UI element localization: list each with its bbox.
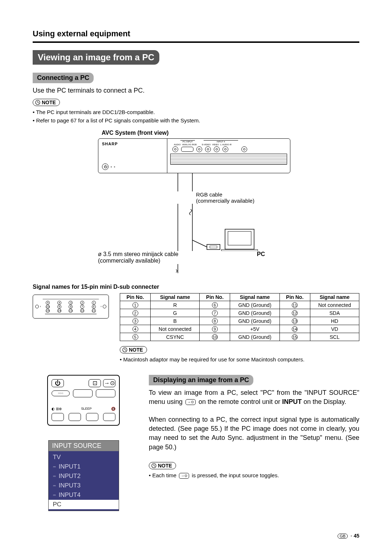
pin-header: Pin No. [200,293,230,301]
pin-cell: HD [310,317,359,325]
input-source-item[interactable]: ⎓INPUT4 [49,490,119,500]
input-button-icon: →⊙ [103,379,115,387]
dsub-pin: 14 [57,309,61,313]
pin-table: Pin No.Signal namePin No.Signal namePin … [120,293,359,341]
table-row: 4Not connected9+5V14VD [120,325,359,333]
pin-header: Pin No. [120,293,151,301]
input-source-item[interactable]: ⎓INPUT2 [49,471,119,481]
dsub-diagram: 543211098761514131211 [33,295,109,319]
rgb-cable-label: RGB cable [196,191,359,198]
displaying-para1: To view an image from a PC, select "PC" … [149,388,359,406]
connecting-notes: The PC input terminals are DDC1/2B-compa… [33,108,359,125]
vga-port-icon [181,147,193,152]
section-title: Using external equipment [33,29,359,39]
pin-cell: 8 [200,317,230,325]
audio-l-jack-icon [214,146,220,152]
dsub-pin: 6 [92,305,96,309]
minijack-label: ø 3.5 mm stereo minijack cable [98,251,178,257]
pin-cell: G [151,309,200,317]
page-dash: - [351,533,352,539]
pin-cell: 3 [120,317,151,325]
pin-cell: 13 [279,317,310,325]
pin-cell: CSYNC [151,333,200,341]
plug-icon: ⎓ [53,492,56,498]
led-icon [111,166,112,167]
dsub-pin: 1 [92,301,96,305]
note-icon [122,347,127,352]
pin-cell: VD [310,325,359,333]
pin-header: Signal name [310,293,359,301]
plug-icon: ⎓ [53,473,56,479]
button-icon [86,413,98,421]
input-source-menu: INPUT SOURCE TV⎓INPUT1⎓INPUT2⎓INPUT3⎓INP… [48,440,119,511]
power-button-icon: ⏻ [52,379,64,387]
pin-cell: +5V [230,325,279,333]
pin-cell: 7 [200,309,230,317]
input-source-item[interactable]: TV [49,453,119,462]
pin-header: Signal name [230,293,279,301]
front-flap [170,154,287,165]
signal-title: Signal names for 15-pin mini D-sub conne… [33,284,359,290]
brand-label: SHARP [102,142,163,146]
led-icon [114,166,115,167]
pin-cell: 9 [200,325,230,333]
input-source-item[interactable]: ⎓INPUT1 [49,462,119,471]
svg-line-10 [192,240,207,247]
pin-cell: GND (Ground) [230,333,279,341]
signal-note: Macintosh adaptor may be required for us… [120,356,359,364]
button-icon [69,413,81,421]
note-icon [151,463,156,468]
pin-header: Pin No. [279,293,310,301]
port-label: AUDIO [174,143,181,146]
pin-cell: SDA [310,309,359,317]
pill-button-icon: ○○○ [52,390,70,396]
pc-label: PC [257,251,265,264]
connecting-intro: Use the PC terminals to connect a PC. [33,86,359,95]
note-label: NOTE [129,347,143,353]
displaying-para2: When connecting to a PC, the correct inp… [149,415,359,452]
pin-cell: 12 [279,309,310,317]
port-label: S-VIDEO [202,143,211,146]
pin-cell: 10 [200,333,230,341]
note-pill: NOTE [149,462,176,469]
pin-cell: 2 [120,309,151,317]
plug-icon: ⎓ [53,483,56,488]
table-row: 2G7GND (Ground)12SDA [120,309,359,317]
minijack-note: (commercially available) [98,258,160,264]
page-number: 45 [354,533,359,539]
port-group-label: PC INPUT [180,140,195,143]
svg-rect-7 [221,250,258,251]
divider [33,41,359,43]
dsub-pin: 13 [69,309,73,313]
dsub-pin: 15 [46,309,50,313]
cable-lines-2 [98,204,290,251]
input-button-icon: →⊙ [179,473,189,479]
pin-cell: 15 [279,333,310,341]
button-icon [103,413,115,421]
wide-button-icon [73,389,93,397]
port-label: L-AUDIO-R [220,143,232,146]
pin-cell: Not connected [310,301,359,309]
sleep-label: SLEEP [81,407,91,410]
screw-hole-icon [35,305,39,308]
mute-icon: 🔇 [111,407,115,411]
avc-caption: AVC System (front view) [102,130,359,136]
note-pill: NOTE [33,99,60,106]
dsub-pin: 3 [69,301,73,305]
svideo-jack-icon [196,146,202,152]
pin-cell: GND (Ground) [230,317,279,325]
note-item: Refer to page 67 for a list of PC signal… [33,117,359,125]
port-group-label: INPUT 4 [204,140,238,143]
power-icon: ⏻ [102,163,109,170]
note-icon [35,100,40,105]
audio-jack-icon [172,146,178,152]
input-source-item[interactable]: ⎓INPUT3 [49,481,119,490]
svg-rect-6 [228,231,251,245]
input-button-icon: →⊙ [185,399,196,405]
dsub-pin: 2 [80,301,84,305]
region-badge: GB [338,534,348,539]
dsub-pin: 9 [57,305,61,309]
pin-cell: Not connected [151,325,200,333]
pin-cell: R [151,301,200,309]
input-source-item[interactable]: PC [49,500,119,509]
